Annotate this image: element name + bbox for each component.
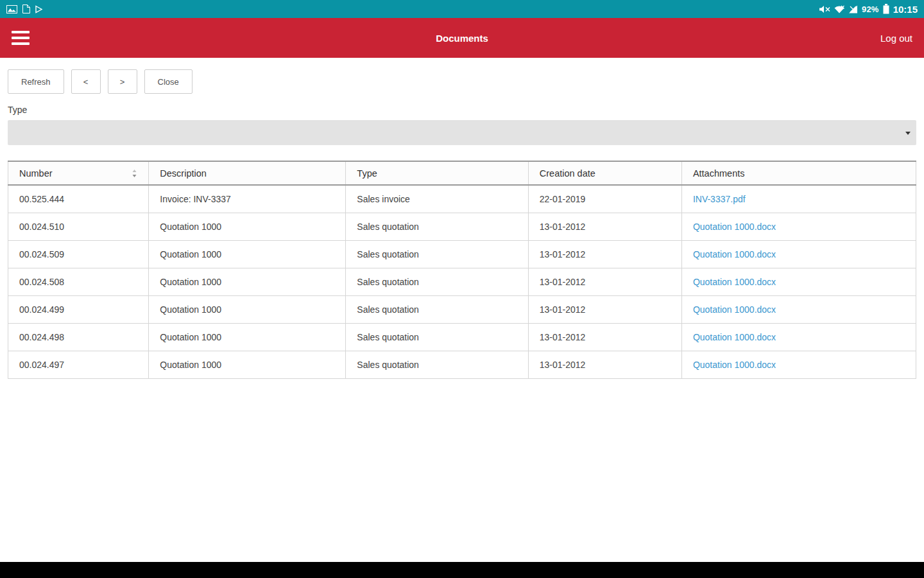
cell-creation-date: 13-01-2012 <box>528 323 681 351</box>
cell-description: Quotation 1000 <box>149 240 346 268</box>
cell-description: Quotation 1000 <box>149 268 346 295</box>
prev-page-button[interactable]: < <box>71 69 101 94</box>
cell-description: Quotation 1000 <box>149 323 346 351</box>
table-row[interactable]: 00.525.444 Invoice: INV-3337 Sales invoi… <box>8 185 916 213</box>
cell-attachment: Quotation 1000.docx <box>681 268 916 295</box>
type-filter-select[interactable] <box>8 120 916 145</box>
cell-type: Sales quotation <box>346 240 528 268</box>
attachment-link[interactable]: Quotation 1000.docx <box>693 304 776 315</box>
cell-description: Quotation 1000 <box>149 295 346 323</box>
attachment-link[interactable]: Quotation 1000.docx <box>693 222 776 232</box>
cell-description: Quotation 1000 <box>149 213 346 240</box>
logout-button[interactable]: Log out <box>880 33 912 44</box>
chevron-down-icon <box>905 132 911 135</box>
column-header-attachments[interactable]: Attachments <box>681 161 916 185</box>
cell-type: Sales quotation <box>346 268 528 295</box>
file-copy-icon <box>22 4 30 13</box>
cell-attachment: INV-3337.pdf <box>681 185 916 213</box>
close-button[interactable]: Close <box>144 69 193 94</box>
cell-number: 00.525.444 <box>8 185 149 213</box>
cell-number: 00.024.510 <box>8 213 149 240</box>
attachment-link[interactable]: Quotation 1000.docx <box>693 360 776 370</box>
cell-attachment: Quotation 1000.docx <box>681 240 916 268</box>
cell-attachment: Quotation 1000.docx <box>681 323 916 351</box>
main-content: Refresh < > Close Type Number <box>0 69 924 379</box>
battery-percent: 92% <box>862 4 879 14</box>
attachment-link[interactable]: Quotation 1000.docx <box>693 249 776 259</box>
table-row[interactable]: 00.024.510 Quotation 1000 Sales quotatio… <box>8 213 916 240</box>
cell-attachment: Quotation 1000.docx <box>681 295 916 323</box>
attachment-link[interactable]: INV-3337.pdf <box>693 194 746 204</box>
cell-number: 00.024.508 <box>8 268 149 295</box>
cell-creation-date: 13-01-2012 <box>528 295 681 323</box>
cell-attachment: Quotation 1000.docx <box>681 351 916 378</box>
cell-number: 00.024.498 <box>8 323 149 351</box>
table-row[interactable]: 00.024.509 Quotation 1000 Sales quotatio… <box>8 240 916 268</box>
cell-type: Sales quotation <box>346 323 528 351</box>
cell-type: Sales quotation <box>346 351 528 378</box>
cell-creation-date: 22-01-2019 <box>528 185 681 213</box>
type-filter-label: Type <box>8 105 916 115</box>
image-icon <box>6 5 17 13</box>
cell-type: Sales quotation <box>346 295 528 323</box>
battery-icon <box>883 4 889 14</box>
wifi-icon <box>834 5 844 13</box>
notification-icons <box>6 4 43 13</box>
column-header-number-label: Number <box>19 168 53 179</box>
system-status-icons: 92% 10:15 <box>819 4 918 15</box>
no-signal-icon <box>848 5 858 13</box>
cell-attachment: Quotation 1000.docx <box>681 213 916 240</box>
hamburger-menu-icon[interactable] <box>12 31 30 45</box>
table-row[interactable]: 00.024.497 Quotation 1000 Sales quotatio… <box>8 351 916 378</box>
status-bar: 92% 10:15 <box>0 0 924 18</box>
android-navigation-bar <box>0 562 924 578</box>
table-header-row: Number Description Type Creation date At… <box>8 161 916 185</box>
mute-icon <box>819 5 830 13</box>
cell-creation-date: 13-01-2012 <box>528 351 681 378</box>
attachment-link[interactable]: Quotation 1000.docx <box>693 277 776 287</box>
cell-creation-date: 13-01-2012 <box>528 268 681 295</box>
cell-creation-date: 13-01-2012 <box>528 240 681 268</box>
attachment-link[interactable]: Quotation 1000.docx <box>693 332 776 342</box>
cell-type: Sales invoice <box>346 185 528 213</box>
toolbar: Refresh < > Close <box>8 69 916 94</box>
sort-icon[interactable] <box>132 170 137 177</box>
next-page-button[interactable]: > <box>108 69 137 94</box>
cell-description: Quotation 1000 <box>149 351 346 378</box>
app-bar: Documents Log out <box>0 18 924 58</box>
table-row[interactable]: 00.024.508 Quotation 1000 Sales quotatio… <box>8 268 916 295</box>
clock: 10:15 <box>893 4 918 15</box>
table-row[interactable]: 00.024.499 Quotation 1000 Sales quotatio… <box>8 295 916 323</box>
page-title: Documents <box>436 33 488 44</box>
cell-type: Sales quotation <box>346 213 528 240</box>
cell-creation-date: 13-01-2012 <box>528 213 681 240</box>
refresh-button[interactable]: Refresh <box>8 69 64 94</box>
play-icon <box>35 5 43 13</box>
table-row[interactable]: 00.024.498 Quotation 1000 Sales quotatio… <box>8 323 916 351</box>
column-header-type[interactable]: Type <box>346 161 528 185</box>
column-header-creation-date[interactable]: Creation date <box>528 161 681 185</box>
cell-number: 00.024.509 <box>8 240 149 268</box>
column-header-description[interactable]: Description <box>149 161 346 185</box>
documents-table: Number Description Type Creation date At… <box>8 161 916 379</box>
cell-number: 00.024.497 <box>8 351 149 378</box>
column-header-number[interactable]: Number <box>8 161 149 185</box>
cell-number: 00.024.499 <box>8 295 149 323</box>
cell-description: Invoice: INV-3337 <box>149 185 346 213</box>
